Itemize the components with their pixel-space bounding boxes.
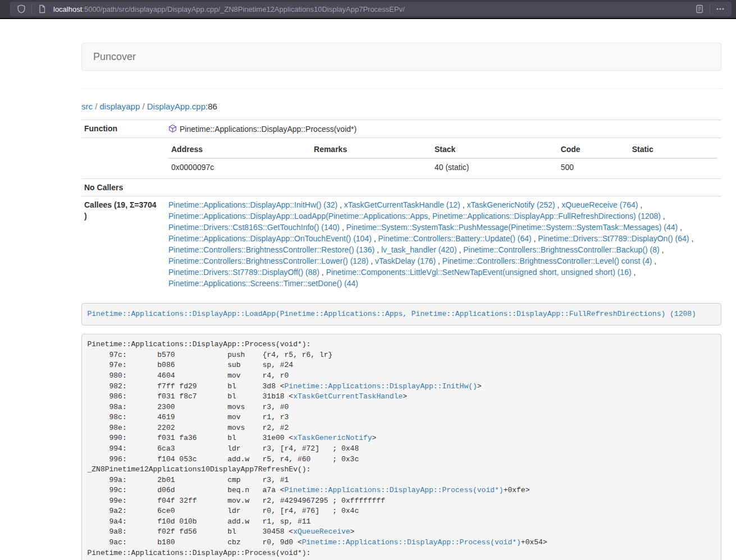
stats-table: Address Remarks Stack Code Static 0x0000… — [168, 141, 717, 176]
breadcrumb-separator: / — [140, 102, 147, 111]
url-path: :5000/path/src/displayapp/DisplayApp.cpp… — [82, 5, 405, 13]
function-table: Function Pinetime::Applications::Display… — [81, 120, 721, 292]
callee-link[interactable]: vTaskDelay (176) — [375, 256, 436, 265]
callee-link[interactable]: Pinetime::Controllers::BrightnessControl… — [442, 256, 652, 265]
url-bar[interactable]: localhost:5000/path/src/displayapp/Displ… — [10, 2, 732, 16]
code-value: 500 — [558, 158, 629, 176]
code-symbol-link[interactable]: xQueueReceive — [293, 527, 350, 536]
toolbar-divider — [710, 4, 710, 14]
callee-link[interactable]: Pinetime::Drivers::St7789::DisplayOn() (… — [538, 234, 689, 243]
callees-row: Callees (19, Σ=3704 ) Pinetime::Applicat… — [81, 196, 721, 292]
breadcrumb-link[interactable]: DisplayApp.cpp — [147, 102, 205, 111]
address-value: 0x0000097c — [168, 158, 311, 176]
stack-value: 40 (static) — [432, 158, 558, 176]
breadcrumb-link[interactable]: src — [81, 102, 93, 111]
code-symbol-link[interactable]: Pinetime::Applications::DisplayApp::Proc… — [285, 486, 504, 494]
callee-link[interactable]: xTaskGetCurrentTaskHandle (12) — [344, 200, 460, 209]
disassembly: Pinetime::Applications::DisplayApp::Proc… — [81, 334, 721, 560]
reader-mode-icon[interactable] — [693, 2, 706, 16]
callee-link[interactable]: Pinetime::System::SystemTask::PushMessag… — [346, 223, 678, 232]
callee-link[interactable]: lv_task_handler (420) — [381, 245, 457, 254]
toolbar-divider — [31, 4, 32, 14]
no-callers-label: No Callers — [81, 179, 166, 196]
callees-list: Pinetime::Applications::DisplayApp::Init… — [166, 196, 721, 292]
breadcrumb-link[interactable]: displayapp — [100, 102, 140, 111]
callee-link[interactable]: Pinetime::Controllers::BrightnessControl… — [463, 245, 659, 254]
navbar: Puncover — [81, 43, 721, 71]
callee-link[interactable]: Pinetime::Controllers::BrightnessControl… — [168, 245, 374, 254]
code-symbol-link[interactable]: Pinetime::Applications::DisplayApp::Proc… — [302, 538, 521, 547]
callee-link[interactable]: Pinetime::Drivers::Cst816S::GetTouchInfo… — [168, 223, 340, 232]
col-address: Address — [168, 141, 311, 158]
stats-row: Address Remarks Stack Code Static 0x0000… — [81, 138, 721, 179]
stats-values-row: 0x0000097c 40 (static) 500 — [168, 158, 717, 176]
callee-link[interactable]: Pinetime::Controllers::Battery::Update()… — [378, 234, 532, 243]
page-info-icon[interactable] — [35, 2, 49, 16]
code-symbol-link[interactable]: xTaskGenericNotify — [293, 434, 372, 442]
function-label: Function — [81, 120, 166, 138]
app-brand[interactable]: Puncover — [82, 43, 147, 71]
static-value — [629, 158, 717, 176]
page: Puncover src / displayapp / DisplayApp.c… — [0, 19, 736, 560]
col-remarks: Remarks — [311, 141, 432, 158]
callee-link[interactable]: Pinetime::Applications::DisplayApp::Load… — [168, 212, 661, 221]
callees-label: Callees (19, Σ=3704 ) — [81, 196, 166, 292]
code-symbol-link[interactable]: Pinetime::Applications::DisplayApp::Init… — [285, 382, 477, 391]
divider-rule — [81, 88, 721, 89]
col-code: Code — [558, 141, 629, 158]
no-callers-row: No Callers — [81, 179, 721, 196]
snippet-block: Pinetime::Applications::DisplayApp::Load… — [81, 303, 721, 325]
callee-link[interactable]: Pinetime::Components::LittleVgl::SetNewT… — [326, 268, 632, 277]
code-symbol-link[interactable]: xTaskGetCurrentTaskHandle — [293, 392, 403, 401]
breadcrumb-separator: / — [93, 102, 100, 111]
function-row: Function Pinetime::Applications::Display… — [81, 120, 721, 138]
callee-link[interactable]: xQueueReceive (764) — [561, 200, 638, 209]
breadcrumb-line-number: :86 — [205, 102, 217, 111]
col-static: Static — [629, 141, 717, 158]
url-host: localhost — [53, 5, 82, 13]
callee-link[interactable]: Pinetime::Applications::DisplayApp::OnTo… — [168, 234, 372, 243]
callee-link[interactable]: Pinetime::Applications::DisplayApp::Init… — [168, 200, 337, 209]
symbol-cube-icon — [168, 124, 177, 133]
callee-link[interactable]: Pinetime::Drivers::St7789::DisplayOff() … — [168, 268, 319, 277]
col-stack: Stack — [432, 141, 558, 158]
page-actions-ellipsis-icon[interactable] — [714, 2, 727, 16]
url-text[interactable]: localhost:5000/path/src/displayapp/Displ… — [53, 5, 693, 13]
browser-toolbar: localhost:5000/path/src/displayapp/Displ… — [0, 0, 736, 19]
snippet-link[interactable]: Pinetime::Applications::DisplayApp::Load… — [88, 310, 696, 318]
callee-link[interactable]: Pinetime::Applications::Screens::Timer::… — [168, 279, 358, 288]
remarks-value — [311, 158, 432, 176]
callee-link[interactable]: xTaskGenericNotify (252) — [467, 200, 555, 209]
function-name: Pinetime::Applications::DisplayApp::Proc… — [180, 125, 356, 134]
shield-icon[interactable] — [15, 2, 28, 16]
breadcrumb: src / displayapp / DisplayApp.cpp:86 — [81, 101, 721, 112]
callee-link[interactable]: Pinetime::Controllers::BrightnessControl… — [168, 256, 368, 265]
